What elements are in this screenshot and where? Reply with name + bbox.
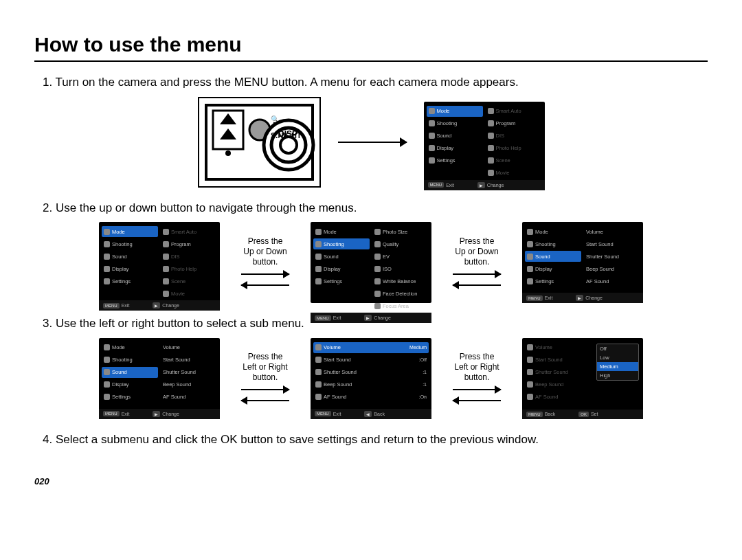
camera-illustration: 🔍 DISP q S.NIGHT xyxy=(198,97,321,188)
display-icon xyxy=(429,145,435,151)
menu-display: Display xyxy=(427,143,483,154)
camera-icon xyxy=(488,108,494,114)
menu-screen-sound-2: Mode Shooting Sound Display Settings Vol… xyxy=(99,338,220,419)
volume-options: Off Low Medium High xyxy=(596,344,639,381)
snight-label: S.NIGHT xyxy=(271,131,302,139)
arrow-right-icon xyxy=(241,270,289,278)
camera-icon xyxy=(429,120,435,126)
mode-smart: Smart Auto xyxy=(486,106,542,117)
option-off: Off xyxy=(597,344,638,353)
page-number: 020 xyxy=(34,476,708,486)
manual-page: How to use the menu 1. Turn on the camer… xyxy=(0,0,742,506)
arrow-left-icon xyxy=(453,281,501,289)
menu-settings: Settings xyxy=(427,155,483,166)
gear-icon xyxy=(429,157,435,164)
lr-caption-1: Press the Left or Right button. xyxy=(234,352,297,405)
step-2: 2. Use the up or down button to navigate… xyxy=(43,200,708,217)
mode-program: Program xyxy=(486,118,542,129)
step2-figure: Mode Shooting Sound Display Settings Sma… xyxy=(34,222,708,303)
menu-screen-mode-2: Mode Shooting Sound Display Settings Sma… xyxy=(99,222,220,303)
menu-screen-mode: Mode Shooting Sound Display Settings Sma… xyxy=(424,102,545,183)
option-medium: Medium xyxy=(597,362,638,371)
menu-shooting: Shooting xyxy=(427,118,483,129)
arrow-right-icon xyxy=(453,385,501,394)
arrow-left-icon xyxy=(241,281,289,289)
menu-screen-shooting: Mode Shooting Sound Display Settings Pho… xyxy=(311,222,431,303)
mode-dis: DIS xyxy=(486,131,542,142)
page-title: How to use the menu xyxy=(34,33,708,62)
step-1: 1. Turn on the camera and press the MENU… xyxy=(43,74,708,91)
mode-photohelp: Photo Help xyxy=(486,143,542,154)
option-high: High xyxy=(597,371,638,380)
option-low: Low xyxy=(597,353,638,362)
menu-mode: Mode xyxy=(427,106,483,117)
movie-icon xyxy=(488,170,494,176)
arrow-1 xyxy=(335,137,410,147)
menu-sound: Sound xyxy=(427,131,483,142)
camera-icon xyxy=(429,108,435,114)
speaker-icon xyxy=(429,133,435,139)
mode-movie: Movie xyxy=(486,168,542,179)
footer-bar: MENUExit ▶Change xyxy=(424,180,545,190)
mode-scene: Scene xyxy=(486,155,542,166)
arrow-right-icon xyxy=(453,270,501,278)
lr-caption-2: Press the Left or Right button. xyxy=(445,352,508,405)
arrow-right-icon xyxy=(338,137,407,147)
help-icon xyxy=(488,145,494,151)
updown-caption-1: Press the Up or Down button. xyxy=(234,236,297,289)
menu-screen-sound: Mode Shooting Sound Display Settings Vol… xyxy=(522,222,643,303)
hand-icon xyxy=(488,133,494,139)
arrow-left-icon xyxy=(453,396,501,405)
arrow-right-icon xyxy=(241,385,289,394)
updown-caption-2: Press the Up or Down button. xyxy=(445,236,508,289)
scene-icon xyxy=(488,157,494,164)
arrow-left-icon xyxy=(241,396,289,405)
step1-figure: 🔍 DISP q S.NIGHT Mode Shooting Sound Dis… xyxy=(34,97,708,188)
menu-screen-volume-options: Volume Start Sound Shutter Sound Beep So… xyxy=(522,338,643,419)
camera-icon xyxy=(488,120,494,126)
step3-figure: Mode Shooting Sound Display Settings Vol… xyxy=(34,338,708,419)
menu-screen-volume: VolumeMedium Start Sound:Off Shutter Sou… xyxy=(311,338,431,419)
svg-point-3 xyxy=(225,150,231,156)
step-4: 4. Select a submenu and click the OK but… xyxy=(43,432,708,449)
